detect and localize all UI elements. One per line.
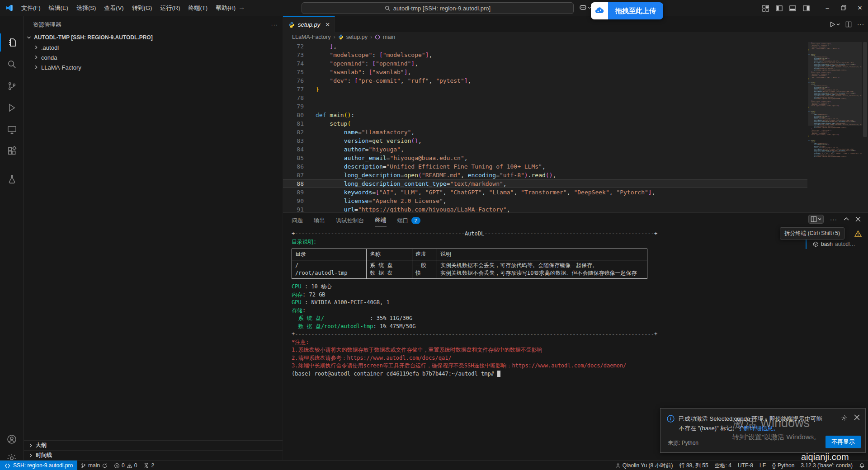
explorer-sidebar: 资源管理器 ··· AUTODL-TMP [SSH: REGION-9.AUTO…	[24, 16, 283, 460]
problems-indicator[interactable]: 0 0	[111, 461, 140, 470]
close-panel-icon[interactable]	[855, 216, 861, 222]
code-line-76[interactable]: 76 "dev": ["pre-commit", "ruff", "pytest…	[283, 76, 807, 85]
menu-item[interactable]: 终端(T)	[184, 2, 212, 14]
breadcrumb-project[interactable]: LLaMA-Factory	[292, 34, 330, 40]
remote-explorer-icon[interactable]	[0, 120, 24, 138]
sidebar-item-llama-factory[interactable]: LLaMA-Factory	[24, 62, 283, 72]
panel-tab-调试控制台[interactable]: 调试控制台	[336, 215, 364, 226]
close-window-button[interactable]: ✕	[852, 0, 868, 15]
tab-label: setup.py	[298, 21, 320, 28]
menu-item[interactable]: 文件(F)	[17, 2, 45, 14]
toggle-secondary-sidebar-icon[interactable]	[802, 4, 810, 12]
tab-setup-py[interactable]: setup.py ✕	[283, 16, 335, 33]
vscode-window: 文件(F)编辑(E)选择(S)查看(V)转到(G)运行(R)终端(T)帮助(H)…	[0, 0, 868, 470]
nav-forward-icon[interactable]: →	[238, 3, 245, 11]
blame-indicator[interactable]: Qiaolin Yu (8 小时前)	[612, 461, 676, 470]
restore-button[interactable]	[835, 0, 852, 15]
code-line-88[interactable]: 88 long_description_content_type="text/m…	[283, 179, 807, 188]
breadcrumb-file[interactable]: setup.py	[346, 34, 368, 40]
panel-tab-问题[interactable]: 问题	[292, 215, 303, 226]
panel-more-icon[interactable]: ···	[830, 216, 837, 223]
breadcrumb[interactable]: LLaMA-Factory › setup.py › main	[292, 32, 395, 42]
cursor-position[interactable]: 行 88, 列 55	[676, 461, 712, 470]
code-line-86[interactable]: 86 description="Unified Efficient Fine-T…	[283, 162, 807, 171]
tree-root-folder[interactable]: AUTODL-TMP [SSH: REGION-9.AUTODL.PRO]	[24, 33, 283, 42]
maximize-panel-icon[interactable]	[844, 216, 849, 222]
editor-scrollbar[interactable]	[863, 42, 867, 137]
split-editor-icon[interactable]	[845, 21, 852, 28]
branch-indicator[interactable]: main	[77, 461, 111, 470]
notifications-bell-icon[interactable]	[856, 461, 868, 470]
editor-more-icon[interactable]: ···	[857, 21, 864, 28]
code-line-83[interactable]: 83 version=get_version(),	[283, 136, 807, 145]
code-line-72[interactable]: 72 ],	[283, 42, 807, 51]
encoding-indicator[interactable]: UTF-8	[735, 461, 756, 470]
menu-item[interactable]: 转到(G)	[128, 2, 156, 14]
source-control-icon[interactable]	[0, 77, 24, 95]
code-line-87[interactable]: 87 long_description=open("README.md", en…	[283, 171, 807, 179]
menu-item[interactable]: 选择(S)	[72, 2, 100, 14]
code-line-81[interactable]: 81 setup(	[283, 119, 807, 128]
menu-item[interactable]: 查看(V)	[100, 2, 127, 14]
ports-indicator[interactable]: 2	[140, 461, 157, 470]
code-line-79[interactable]: 79	[283, 102, 807, 111]
activate-windows-hint: 转到“设置”以激活 Windows。	[732, 433, 821, 442]
code-line-85[interactable]: 85 author_email="hiyouga@buaa.edu.cn",	[283, 154, 807, 162]
code-line-82[interactable]: 82 name="llamafactory",	[283, 128, 807, 136]
timeline-section[interactable]: 时间线	[24, 450, 283, 460]
tab-close-icon[interactable]: ✕	[325, 21, 330, 28]
terminal-line: CPU : 10 核心	[292, 283, 816, 291]
indentation-indicator[interactable]: 空格: 4	[712, 461, 735, 470]
menu-item[interactable]: 编辑(E)	[45, 2, 72, 14]
code-line-90[interactable]: 90 license="Apache 2.0 License",	[283, 197, 807, 205]
remote-label: SSH: region-9.autodl.pro	[13, 462, 73, 469]
menu-item[interactable]: 运行(R)	[156, 2, 184, 14]
split-terminal-button[interactable]	[808, 215, 824, 224]
code-line-78[interactable]: 78	[283, 94, 807, 102]
copilot-icon[interactable]	[579, 4, 591, 11]
menu-bar: 文件(F)编辑(E)选择(S)查看(V)转到(G)运行(R)终端(T)帮助(H)	[17, 0, 240, 16]
panel-tab-端口[interactable]: 端口2	[397, 215, 420, 226]
minimize-button[interactable]: –	[819, 0, 835, 15]
nav-back-icon[interactable]: ←	[226, 3, 233, 11]
outline-section[interactable]: 大纲	[24, 440, 283, 450]
dont-show-again-button[interactable]: 不再显示	[826, 436, 861, 448]
explorer-icon[interactable]	[0, 33, 24, 52]
panel-tab-输出[interactable]: 输出	[314, 215, 325, 226]
language-indicator[interactable]: {}Python	[769, 461, 797, 470]
account-icon[interactable]	[0, 430, 24, 448]
toggle-panel-icon[interactable]	[788, 4, 797, 12]
code-line-84[interactable]: 84 author="hiyouga",	[283, 145, 807, 154]
table-header-name: 名称	[367, 249, 412, 260]
panel-tab-终端[interactable]: 终端	[375, 215, 387, 226]
code-line-89[interactable]: 89 keywords=["AI", "LLM", "GPT", "ChatGP…	[283, 188, 807, 197]
extensions-icon[interactable]	[0, 142, 24, 160]
terminal-output[interactable]: +---------------------------------------…	[292, 230, 816, 378]
editor-tab-bar: setup.py ✕ ···	[283, 16, 868, 32]
code-line-75[interactable]: 75 "swanlab": ["swanlab"],	[283, 68, 807, 76]
run-python-file-icon[interactable]	[829, 21, 840, 28]
minimap[interactable]: ], "modelscope": ["modelscope"], "openmi…	[808, 42, 862, 209]
notification-close-icon[interactable]	[854, 414, 860, 421]
error-count: 0	[122, 462, 125, 469]
code-line-77[interactable]: 77}	[283, 85, 807, 94]
remote-indicator[interactable]: SSH: region-9.autodl.pro	[0, 461, 77, 470]
code-line-73[interactable]: 73 "modelscope": ["modelscope"],	[283, 51, 807, 59]
code-line-80[interactable]: 80def main():	[283, 111, 807, 119]
code-area[interactable]: 72 ],73 "modelscope": ["modelscope"],74 …	[283, 42, 807, 214]
customize-layout-icon[interactable]	[761, 4, 769, 12]
eol-indicator[interactable]: LF	[756, 461, 769, 470]
testing-icon[interactable]	[0, 170, 24, 188]
command-center-search[interactable]: autodl-tmp [SSH: region-9.autodl.pro]	[302, 2, 574, 14]
upload-drop-target[interactable]: 拖拽至此上传	[591, 2, 663, 19]
search-sidebar-icon[interactable]	[0, 55, 24, 73]
sidebar-more-icon[interactable]: ···	[271, 22, 278, 28]
line-number: 90	[283, 197, 316, 205]
sidebar-item-conda[interactable]: conda	[24, 52, 283, 62]
toggle-sidebar-icon[interactable]	[775, 4, 783, 12]
breadcrumb-symbol[interactable]: main	[383, 34, 395, 40]
sidebar-item--autodl[interactable]: .autodl	[24, 42, 283, 52]
run-debug-icon[interactable]	[0, 99, 24, 117]
code-line-74[interactable]: 74 "openmind": ["openmind"],	[283, 59, 807, 68]
notification-settings-gear-icon[interactable]	[841, 414, 848, 421]
